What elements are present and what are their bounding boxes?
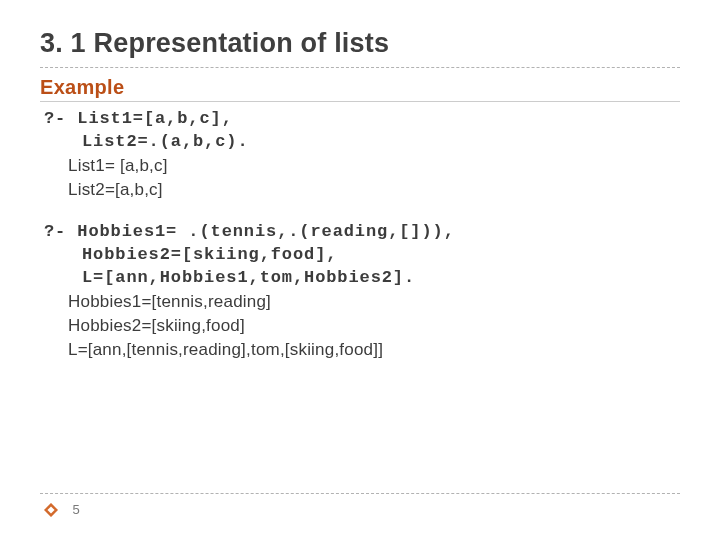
code-line: Hobbies2=[skiing,food],: [44, 244, 680, 267]
slide-footer: 5: [40, 493, 680, 518]
result-line: List2=[a,b,c]: [44, 178, 680, 202]
title-separator: [40, 67, 680, 68]
code-line: List2=.(a,b,c).: [44, 131, 680, 154]
code-line: ?- List1=[a,b,c],: [44, 108, 680, 131]
example-heading: Example: [40, 76, 680, 99]
page-number: 5: [72, 502, 79, 517]
slide-title: 3. 1 Representation of lists: [40, 28, 680, 59]
example-block-1: ?- List1=[a,b,c], List2=.(a,b,c). List1=…: [44, 108, 680, 201]
code-line: L=[ann,Hobbies1,tom,Hobbies2].: [44, 267, 680, 290]
result-line: Hobbies1=[tennis,reading]: [44, 290, 680, 314]
bullet-icon: [44, 503, 58, 517]
result-line: Hobbies2=[skiing,food]: [44, 314, 680, 338]
result-line: List1= [a,b,c]: [44, 154, 680, 178]
example-block-2: ?- Hobbies1= .(tennis,.(reading,[])), Ho…: [44, 221, 680, 361]
slide: 3. 1 Representation of lists Example ?- …: [0, 0, 720, 540]
subheading-separator: [40, 101, 680, 102]
footer-separator: [40, 493, 680, 494]
result-line: L=[ann,[tennis,reading],tom,[skiing,food…: [44, 338, 680, 362]
code-line: ?- Hobbies1= .(tennis,.(reading,[])),: [44, 221, 680, 244]
